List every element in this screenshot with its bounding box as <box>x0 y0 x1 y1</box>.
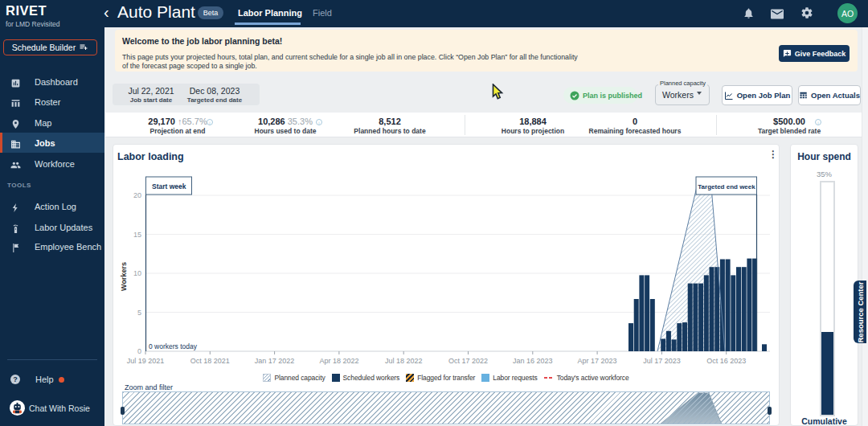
svg-text:Apr 17 2023: Apr 17 2023 <box>578 357 617 365</box>
svg-text:Oct 17 2022: Oct 17 2022 <box>448 357 488 365</box>
svg-text:Apr 18 2022: Apr 18 2022 <box>319 357 358 365</box>
svg-text:0 workers today: 0 workers today <box>149 342 198 350</box>
svg-text:20: 20 <box>133 191 141 199</box>
svg-text:Jan 16 2023: Jan 16 2023 <box>513 357 553 365</box>
svg-text:Jan 17 2022: Jan 17 2022 <box>255 357 295 365</box>
svg-text:Jul 18 2022: Jul 18 2022 <box>385 357 423 365</box>
svg-text:Start week: Start week <box>152 182 186 190</box>
svg-text:10: 10 <box>133 269 141 277</box>
svg-text:5: 5 <box>137 309 141 317</box>
svg-text:Jul 19 2021: Jul 19 2021 <box>127 357 165 365</box>
svg-text:Targeted end week: Targeted end week <box>698 183 755 190</box>
svg-text:0: 0 <box>137 347 141 355</box>
svg-text:Workers: Workers <box>120 262 128 291</box>
svg-text:Jul 17 2023: Jul 17 2023 <box>643 357 681 365</box>
svg-text:Oct 16 2023: Oct 16 2023 <box>706 357 746 365</box>
svg-text:Oct 18 2021: Oct 18 2021 <box>190 357 230 365</box>
svg-text:15: 15 <box>133 231 141 239</box>
